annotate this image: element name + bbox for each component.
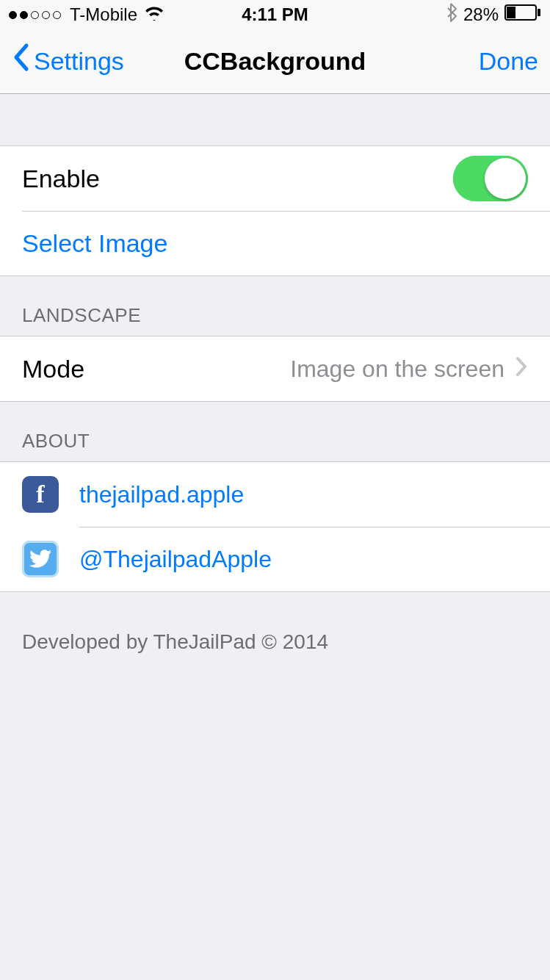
status-left: T-Mobile	[9, 4, 165, 25]
section-header-landscape: Landscape	[0, 276, 550, 336]
enable-row: Enable	[0, 146, 550, 211]
mode-row[interactable]: Mode Image on the screen	[0, 336, 550, 401]
select-image-label: Select Image	[22, 229, 167, 258]
signal-strength-icon	[9, 11, 61, 19]
battery-icon	[504, 4, 541, 25]
chevron-left-icon	[12, 43, 29, 77]
group-landscape: Mode Image on the screen	[0, 336, 550, 402]
status-time: 4:11 PM	[242, 4, 308, 25]
svg-rect-2	[538, 9, 540, 16]
chevron-right-icon	[515, 353, 528, 384]
status-right: 28%	[446, 3, 541, 26]
facebook-row[interactable]: f thejailpad.apple	[0, 462, 550, 527]
section-spacer	[0, 94, 550, 145]
group-about: f thejailpad.apple @ThejailpadApple	[0, 461, 550, 592]
enable-label: Enable	[22, 165, 100, 193]
facebook-label: thejailpad.apple	[79, 481, 244, 508]
footer-text: Developed by TheJailPad © 2014	[0, 592, 550, 654]
mode-label: Mode	[22, 355, 84, 383]
carrier-label: T-Mobile	[70, 4, 137, 25]
section-header-about: About	[0, 402, 550, 461]
done-button[interactable]: Done	[479, 47, 538, 76]
facebook-icon: f	[22, 476, 59, 513]
status-bar: T-Mobile 4:11 PM 28%	[0, 0, 550, 29]
bluetooth-icon	[446, 3, 457, 26]
wifi-icon	[143, 4, 165, 25]
svg-rect-1	[507, 7, 515, 18]
twitter-row[interactable]: @ThejailpadApple	[0, 527, 550, 591]
battery-percentage: 28%	[463, 4, 499, 25]
back-button[interactable]: Settings	[12, 46, 124, 77]
page-title: CCBackground	[184, 47, 366, 76]
group-main: Enable Select Image	[0, 145, 550, 276]
twitter-icon	[22, 541, 59, 577]
mode-value: Image on the screen	[290, 356, 504, 383]
enable-toggle[interactable]	[453, 156, 528, 201]
nav-bar: Settings CCBackground Done	[0, 29, 550, 94]
back-label: Settings	[34, 47, 124, 76]
twitter-label: @ThejailpadApple	[79, 546, 272, 573]
toggle-knob	[485, 158, 526, 199]
select-image-row[interactable]: Select Image	[0, 211, 550, 275]
